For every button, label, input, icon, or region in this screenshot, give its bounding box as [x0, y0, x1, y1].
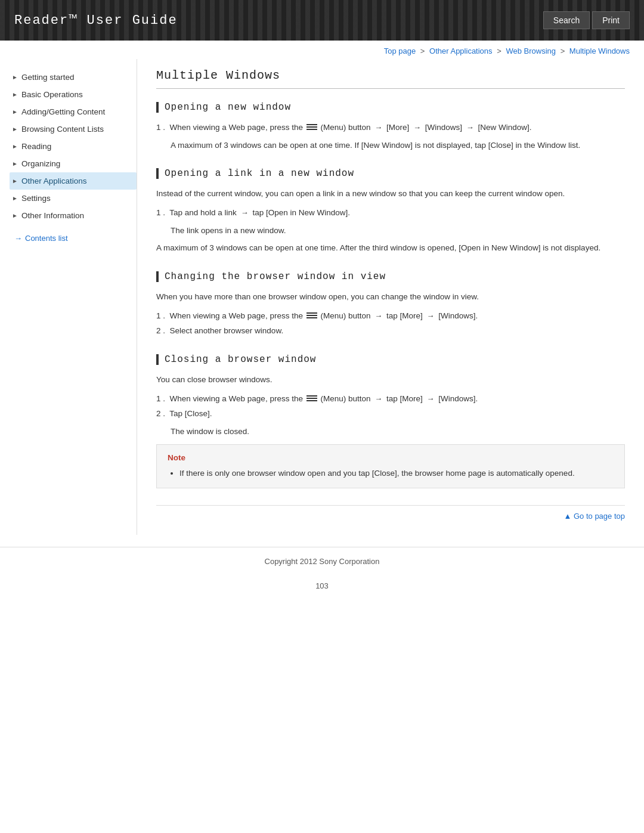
step-text: [Windows] — [425, 123, 465, 132]
arrow-icon: → — [374, 122, 382, 134]
step-item: 1 . When viewing a Web page, press the (… — [156, 392, 625, 405]
arrow-icon: → — [241, 207, 249, 219]
step-text: tap [More] — [386, 394, 425, 403]
breadcrumb-other-applications[interactable]: Other Applications — [429, 47, 493, 55]
note-list: If there is only one browser window open… — [168, 467, 614, 480]
sidebar-item-label: Getting started — [21, 73, 75, 82]
main-layout: ► Getting started ► Basic Operations ► A… — [0, 59, 644, 535]
arrow-icon: ► — [12, 109, 18, 115]
arrow-icon: ► — [12, 143, 18, 150]
breadcrumb-top-page[interactable]: Top page — [384, 47, 416, 55]
sidebar-item-label: Reading — [21, 142, 51, 151]
note-item: If there is only one browser window open… — [179, 467, 614, 480]
arrow-icon: → — [374, 310, 382, 323]
page-number: 103 — [0, 575, 644, 602]
sidebar-item-label: Adding/Getting Content — [21, 107, 105, 116]
step-list: 1 . When viewing a Web page, press the (… — [156, 309, 625, 337]
step-text: [More] — [386, 123, 411, 132]
note-title: Note — [168, 453, 614, 462]
sidebar-item-reading[interactable]: ► Reading — [10, 138, 137, 155]
step-number: 1 . — [156, 208, 168, 217]
arrow-icon: ► — [12, 212, 18, 219]
step-sub: The link opens in a new window. — [171, 224, 625, 237]
contents-list-link[interactable]: → Contents list — [10, 230, 137, 246]
breadcrumb-web-browsing[interactable]: Web Browsing — [506, 47, 556, 55]
step-list: 1 . When viewing a Web page, press the (… — [156, 121, 625, 134]
step-number: 2 . — [156, 326, 168, 335]
step-text: (Menu) button — [320, 123, 373, 132]
footer: Copyright 2012 Sony Corporation — [0, 547, 644, 575]
sidebar-item-label: Organizing — [21, 159, 60, 168]
sidebar-item-label: Other Information — [21, 211, 84, 220]
arrow-icon: ► — [12, 126, 18, 132]
sidebar-item-label: Browsing Content Lists — [21, 125, 104, 134]
section-intro: Instead of the current window, you can o… — [156, 187, 625, 200]
step-number: 1 . — [156, 394, 168, 403]
search-button[interactable]: Search — [543, 11, 590, 29]
breadcrumb: Top page > Other Applications > Web Brow… — [0, 41, 644, 59]
step-text: (Menu) button — [320, 394, 373, 403]
menu-icon — [306, 394, 317, 402]
sidebar-item-settings[interactable]: ► Settings — [10, 190, 137, 207]
go-to-page-top: ▲ Go to page top — [156, 505, 625, 521]
section-changing-browser-window: Changing the browser window in view When… — [156, 271, 625, 337]
step-text: Tap and hold a link — [169, 208, 239, 217]
section-title-opening-link-new-window: Opening a link in a new window — [156, 168, 625, 179]
sidebar-item-other-applications[interactable]: ► Other Applications — [10, 172, 137, 190]
step-text: When viewing a Web page, press the — [170, 394, 305, 403]
step-item: 1 . Tap and hold a link → tap [Open in N… — [156, 206, 625, 219]
go-top-link[interactable]: ▲ Go to page top — [564, 512, 626, 521]
contents-link-label: Contents list — [25, 234, 68, 243]
step-item: 1 . When viewing a Web page, press the (… — [156, 309, 625, 323]
step-item: 2 . Tap [Close]. — [156, 407, 625, 420]
sidebar-item-label: Other Applications — [21, 176, 87, 185]
sidebar-item-browsing-content[interactable]: ► Browsing Content Lists — [10, 120, 137, 138]
copyright-text: Copyright 2012 Sony Corporation — [265, 557, 380, 566]
step-text: Select another browser window. — [170, 326, 284, 335]
arrow-icon: → — [466, 122, 474, 134]
sidebar-item-adding-content[interactable]: ► Adding/Getting Content — [10, 103, 137, 120]
arrow-icon: → — [427, 310, 435, 323]
breadcrumb-sep1: > — [420, 47, 425, 55]
sidebar-item-label: Basic Operations — [21, 90, 83, 99]
step-number: 2 . — [156, 409, 168, 418]
section-intro: When you have more than one browser wind… — [156, 290, 625, 304]
print-button[interactable]: Print — [592, 11, 630, 29]
step-text: tap [More] — [386, 311, 425, 320]
step-text: (Menu) button — [320, 311, 373, 320]
section-title-closing-browser-window: Closing a browser window — [156, 354, 625, 365]
sidebar: ► Getting started ► Basic Operations ► A… — [0, 59, 137, 535]
main-content: Multiple Windows Opening a new window 1 … — [137, 59, 644, 535]
sidebar-item-organizing[interactable]: ► Organizing — [10, 155, 137, 172]
menu-icon — [306, 311, 317, 320]
sidebar-item-other-information[interactable]: ► Other Information — [10, 207, 137, 224]
breadcrumb-multiple-windows[interactable]: Multiple Windows — [569, 47, 630, 55]
arrow-icon: ► — [12, 178, 18, 184]
header-buttons: Search Print — [543, 11, 630, 29]
arrow-icon: → — [413, 122, 421, 134]
step-text: [New Window]. — [478, 123, 532, 132]
breadcrumb-sep2: > — [497, 47, 501, 55]
section-intro: You can close browser windows. — [156, 373, 625, 386]
step-item: 2 . Select another browser window. — [156, 324, 625, 337]
section-outro: A maximum of 3 windows can be open at on… — [156, 241, 625, 255]
section-title-changing-browser-window: Changing the browser window in view — [156, 271, 625, 282]
arrow-icon: ► — [12, 160, 18, 167]
step-text: When viewing a Web page, press the — [170, 311, 305, 320]
step-sub: A maximum of 3 windows can be open at on… — [171, 139, 625, 152]
arrow-icon: ► — [12, 74, 18, 80]
step-list: 1 . When viewing a Web page, press the (… — [156, 392, 625, 420]
step-text: Tap [Close]. — [169, 409, 212, 418]
step-text: [Windows]. — [438, 394, 478, 403]
step-text: [Windows]. — [438, 311, 478, 320]
sidebar-item-getting-started[interactable]: ► Getting started — [10, 69, 137, 86]
menu-icon — [306, 123, 317, 131]
step-number: 1 . — [156, 311, 168, 320]
sidebar-item-basic-operations[interactable]: ► Basic Operations — [10, 86, 137, 103]
step-list: 1 . Tap and hold a link → tap [Open in N… — [156, 206, 625, 219]
app-title: Reader™ User Guide — [14, 13, 178, 28]
step-number: 1 . — [156, 123, 168, 132]
step-sub: The window is closed. — [171, 425, 625, 438]
right-arrow-icon: → — [14, 234, 22, 243]
arrow-icon: → — [374, 393, 382, 405]
